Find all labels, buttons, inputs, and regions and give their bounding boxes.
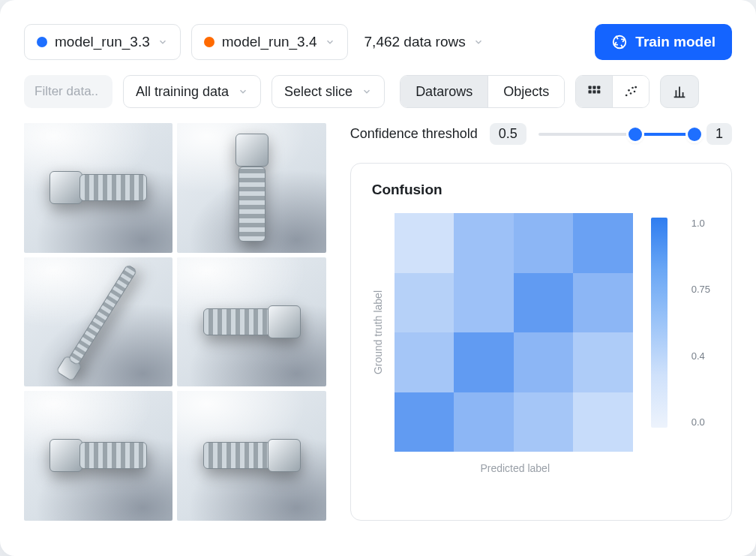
filter-data-input[interactable]: Filter data..	[24, 75, 112, 108]
svg-point-0	[614, 36, 626, 49]
confidence-threshold: Confidence threshold 0.5 1	[350, 123, 732, 145]
matrix-cell	[394, 392, 454, 452]
svg-rect-3	[597, 86, 600, 89]
matrix-cell	[454, 273, 514, 333]
bar-chart-button[interactable]	[660, 75, 699, 108]
model-run-label: model_run_3.4	[222, 34, 317, 50]
matrix-column: Ground truth label	[372, 213, 633, 452]
colorbar-tick: 1.0	[692, 218, 710, 229]
data-rows-count[interactable]: 7,462 data rows	[358, 34, 490, 50]
colorbar-tick: 0.0	[692, 416, 710, 428]
svg-point-12	[635, 86, 638, 89]
svg-point-10	[632, 87, 634, 89]
matrix-cell	[394, 213, 454, 273]
train-model-label: Train model	[635, 34, 716, 50]
train-model-button[interactable]: Train model	[595, 24, 732, 60]
slider-track	[538, 133, 694, 136]
dot-icon	[204, 37, 214, 47]
top-bar: model_run_3.3 model_run_3.4 7,462 data r…	[24, 24, 732, 60]
main-area: Confidence threshold 0.5 1 Confusion Gro…	[24, 123, 732, 521]
view-mode-segment: Datarows Objects	[400, 75, 565, 108]
image-gallery	[24, 123, 326, 521]
chevron-down-icon	[325, 37, 335, 47]
svg-rect-4	[589, 90, 592, 93]
threshold-min: 0.5	[490, 123, 526, 145]
matrix-cell	[514, 392, 574, 452]
segment-objects[interactable]: Objects	[488, 76, 564, 107]
scatter-view-button[interactable]	[613, 76, 649, 107]
gallery-thumb[interactable]	[24, 257, 172, 387]
chevron-down-icon	[362, 86, 372, 97]
segment-label: Datarows	[416, 84, 472, 99]
svg-rect-6	[597, 90, 600, 93]
colorbar-tick: 0.4	[692, 350, 710, 362]
confusion-matrix	[394, 213, 633, 452]
svg-point-7	[626, 95, 628, 97]
grid-icon	[586, 84, 602, 99]
matrix-cell	[573, 213, 633, 273]
matrix-cell	[394, 273, 454, 333]
matrix-cell	[454, 213, 514, 273]
panel-title: Confusion	[372, 182, 710, 198]
grid-view-button[interactable]	[576, 76, 612, 107]
matrix-cell	[394, 332, 454, 392]
aperture-icon	[611, 34, 628, 50]
gallery-thumb[interactable]	[177, 123, 326, 253]
select-slice-label: Select slice	[284, 84, 352, 100]
svg-point-9	[630, 92, 632, 95]
chevron-down-icon	[238, 86, 248, 97]
matrix-cell	[573, 332, 633, 392]
threshold-max: 1	[706, 123, 732, 145]
right-column: Confidence threshold 0.5 1 Confusion Gro…	[350, 123, 732, 521]
matrix-cell	[454, 392, 514, 452]
slider-handle-upper[interactable]	[688, 128, 701, 141]
model-run-select-1[interactable]: model_run_3.3	[24, 24, 181, 60]
confusion-panel: Confusion Ground truth label 1.00.750.40…	[350, 163, 732, 521]
svg-rect-5	[593, 90, 596, 93]
scatter-icon	[623, 84, 638, 99]
matrix-cell	[454, 332, 514, 392]
training-data-select[interactable]: All training data	[123, 75, 261, 108]
bar-chart-icon	[671, 83, 688, 100]
training-data-label: All training data	[136, 84, 229, 100]
svg-point-8	[628, 89, 630, 92]
gallery-thumb[interactable]	[177, 391, 326, 521]
filter-placeholder: Filter data..	[34, 84, 98, 99]
chevron-down-icon	[158, 37, 168, 47]
filter-bar: Filter data.. All training data Select s…	[24, 75, 732, 108]
dot-icon	[37, 37, 47, 47]
colorbar-labels: 1.00.750.40.0	[692, 218, 710, 428]
matrix-cell	[573, 273, 633, 333]
y-axis-label: Ground truth label	[372, 290, 384, 374]
layout-segment	[575, 75, 650, 108]
segment-datarows[interactable]: Datarows	[400, 76, 488, 107]
matrix-cell	[514, 332, 574, 392]
matrix-cell	[514, 213, 574, 273]
x-axis-label: Predicted label	[396, 462, 634, 474]
model-run-label: model_run_3.3	[55, 34, 150, 50]
segment-label: Objects	[503, 84, 549, 99]
matrix-cell	[573, 392, 633, 452]
threshold-label: Confidence threshold	[350, 126, 478, 142]
svg-rect-1	[589, 86, 592, 89]
select-slice-select[interactable]: Select slice	[272, 75, 385, 108]
gallery-thumb[interactable]	[24, 123, 172, 253]
svg-rect-2	[593, 86, 596, 89]
threshold-slider[interactable]	[538, 125, 694, 143]
colorbar-tick: 0.75	[692, 284, 710, 295]
confusion-matrix-wrap: Ground truth label 1.00.750.40.0	[372, 213, 710, 452]
slider-handle-lower[interactable]	[628, 128, 642, 141]
gallery-thumb[interactable]	[24, 391, 172, 521]
matrix-cell	[514, 273, 574, 333]
app-window: model_run_3.3 model_run_3.4 7,462 data r…	[0, 0, 756, 556]
model-run-select-2[interactable]: model_run_3.4	[191, 24, 348, 60]
gallery-thumb[interactable]	[177, 257, 326, 387]
data-rows-label: 7,462 data rows	[364, 34, 466, 50]
svg-point-11	[634, 91, 636, 93]
colorbar	[651, 218, 668, 428]
chevron-down-icon	[473, 37, 484, 47]
